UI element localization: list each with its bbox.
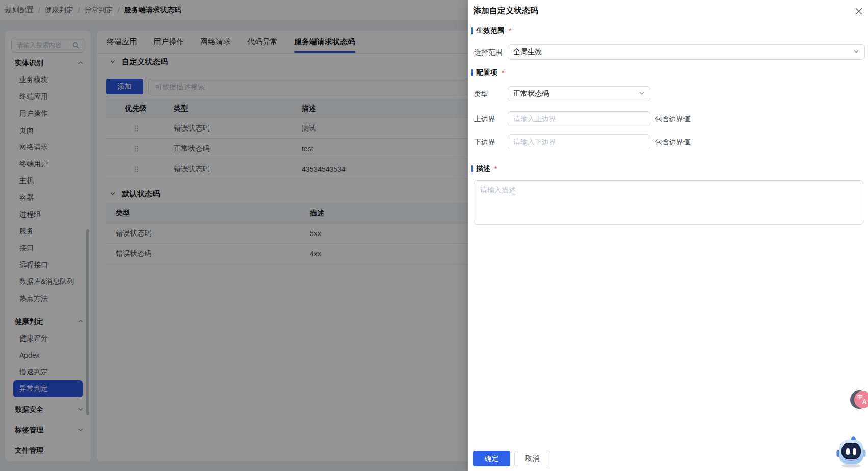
- chevron-down-icon: [639, 90, 645, 98]
- boundary-hint: 包含边界值: [655, 111, 691, 126]
- required-mark: *: [494, 165, 497, 173]
- assistant-robot-button[interactable]: [836, 435, 866, 468]
- description-textarea[interactable]: [474, 180, 863, 225]
- section-marker: [471, 27, 473, 34]
- required-mark: *: [502, 69, 504, 77]
- scope-select[interactable]: 全局生效: [508, 44, 865, 60]
- translate-button[interactable]: 中 A: [850, 390, 868, 410]
- type-select[interactable]: 正常状态码: [508, 86, 650, 101]
- drawer-title: 添加自定义状态码: [473, 6, 538, 16]
- add-custom-status-code-drawer: 添加自定义状态码 生效范围 * 选择范围 全局生效 配置项 * 类型 正常状态码: [468, 0, 868, 471]
- chevron-down-icon: [853, 48, 859, 56]
- scope-section-header: 生效范围 *: [471, 26, 511, 35]
- section-marker: [471, 69, 473, 76]
- close-icon[interactable]: [853, 6, 864, 17]
- field-label: 下边界: [474, 134, 495, 149]
- upper-bound-input[interactable]: [508, 111, 650, 126]
- robot-icon: [836, 435, 866, 468]
- select-value: 正常状态码: [513, 89, 549, 98]
- translate-icon-char-en: A: [862, 398, 867, 405]
- field-label: 类型: [474, 86, 488, 101]
- translate-icon: 中 A: [854, 391, 868, 408]
- description-section-header: 描述 *: [471, 164, 497, 173]
- cancel-button[interactable]: 取消: [514, 451, 550, 466]
- section-marker: [471, 165, 473, 172]
- confirm-button[interactable]: 确定: [473, 451, 510, 466]
- select-value: 全局生效: [513, 47, 542, 57]
- field-label: 选择范围: [474, 44, 503, 60]
- section-title: 配置项: [476, 68, 497, 77]
- upper-bound-field-row: 上边界 包含边界值: [468, 111, 868, 126]
- scope-field-row: 选择范围 全局生效: [468, 44, 868, 60]
- type-field-row: 类型 正常状态码: [468, 86, 868, 101]
- boundary-hint: 包含边界值: [655, 134, 691, 149]
- lower-bound-field-row: 下边界 包含边界值: [468, 134, 868, 149]
- lower-bound-input[interactable]: [508, 134, 650, 149]
- app-window: 规则配置 / 健康判定 / 异常判定 / 服务端请求状态码 实体识别 业务模块 …: [0, 0, 868, 471]
- section-title: 生效范围: [476, 26, 505, 35]
- field-label: 上边界: [474, 111, 495, 126]
- required-mark: *: [509, 27, 511, 35]
- config-section-header: 配置项 *: [471, 68, 504, 77]
- section-title: 描述: [476, 164, 490, 173]
